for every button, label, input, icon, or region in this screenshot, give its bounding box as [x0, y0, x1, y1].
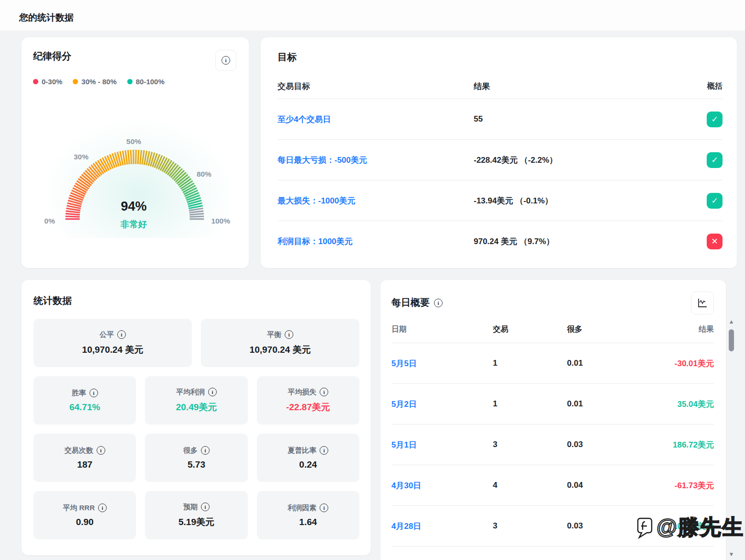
- table-row: 每日最大亏损：-500美元 -228.42美元 （-2.2%） ✓: [278, 140, 723, 180]
- daily-card-title: 每日概要: [391, 296, 430, 309]
- daily-lots: 0.01: [567, 399, 639, 409]
- info-icon[interactable]: i: [201, 446, 210, 455]
- daily-table: 日期 交易 很多 结果 5月5日 1 0.01 -30.01美元 5月2日 1 …: [391, 316, 714, 547]
- stat-value: 5.19美元: [178, 516, 214, 528]
- info-icon[interactable]: i: [320, 446, 328, 455]
- stat-label: 很多: [183, 446, 198, 455]
- table-row: 5月5日 1 0.01 -30.01美元: [391, 343, 714, 384]
- goals-table: 交易目标 结果 概括 至少4个交易日 55 ✓ 每日最大亏损：-500美元 -2…: [278, 74, 723, 262]
- scroll-down-arrow-icon[interactable]: ▼: [728, 551, 735, 557]
- daily-date-link[interactable]: 4月30日: [391, 481, 421, 490]
- table-row: 至少4个交易日 55 ✓: [278, 99, 723, 140]
- stat-label: 交易次数: [65, 446, 93, 455]
- gauge-status-text: 非常好: [120, 219, 147, 229]
- stat-value: 0.24: [299, 459, 317, 470]
- stat-tile-avg-rrr: 平均 RRRi 0.90: [33, 491, 136, 539]
- daily-date-link[interactable]: 5月1日: [391, 440, 417, 449]
- daily-header-trades: 交易: [493, 325, 567, 335]
- stat-value: 1.64: [299, 517, 317, 527]
- info-icon: i: [222, 56, 230, 65]
- goal-link-profit-target[interactable]: 利润目标：1000美元: [278, 237, 353, 246]
- gauge-legend: 0-30% 30% - 80% 80-100%: [33, 78, 236, 86]
- discipline-card-title: 纪律得分: [33, 50, 71, 63]
- discipline-gauge: 0% 30% 50% 80% 100% 94% 非常好: [33, 111, 236, 238]
- goal-result: -228.42美元 （-2.2%）: [474, 155, 694, 166]
- daily-result: 35.04美元: [639, 399, 714, 410]
- info-icon[interactable]: i: [320, 504, 328, 512]
- stat-label: 公平: [100, 330, 114, 339]
- stat-tile-avg-loss: 平均损失i -22.87美元: [257, 376, 359, 425]
- info-icon[interactable]: i: [434, 299, 443, 307]
- daily-trades: 3: [493, 440, 567, 449]
- table-row: 5月1日 3 0.03 186.72美元: [391, 425, 714, 465]
- daily-header-date: 日期: [391, 325, 493, 335]
- red-dot-icon: [33, 79, 38, 84]
- goal-link-min-trading-days[interactable]: 至少4个交易日: [278, 115, 331, 124]
- stat-value: 10,970.24 美元: [82, 344, 144, 356]
- daily-result: -30.01美元: [639, 358, 714, 369]
- scrollbar-thumb[interactable]: [729, 329, 734, 351]
- stat-label: 平均利润: [176, 388, 205, 397]
- stat-label: 平均损失: [288, 388, 316, 397]
- goals-card-title: 目标: [278, 51, 723, 64]
- scroll-up-arrow-icon[interactable]: ▲: [728, 319, 735, 325]
- daily-date-link[interactable]: 5月2日: [391, 400, 417, 409]
- goals-header-result: 结果: [474, 81, 694, 92]
- check-badge: ✓: [707, 193, 723, 209]
- daily-result: -61.73美元: [639, 480, 714, 491]
- teal-dot-icon: [127, 79, 133, 84]
- table-row: 5月2日 1 0.01 35.04美元: [391, 384, 714, 425]
- fail-badge: ✕: [707, 234, 723, 249]
- statistics-card: 统计数据 公平i 10,970.24 美元 平衡i 10,970.24 美元 胜…: [22, 280, 371, 555]
- daily-trades: 1: [493, 399, 567, 409]
- daily-date-link[interactable]: 4月28日: [391, 522, 421, 531]
- check-icon: ✓: [711, 155, 718, 165]
- goal-result: 55: [474, 114, 694, 124]
- stat-value: 64.71%: [69, 402, 100, 413]
- stat-tile-equity: 公平i 10,970.24 美元: [33, 319, 192, 367]
- daily-trades: 4: [493, 481, 567, 490]
- table-row: 最大损失：-1000美元 -13.94美元 （-0.1%） ✓: [278, 180, 723, 221]
- stat-tile-profit-factor: 利润因素i 1.64: [257, 491, 359, 539]
- daily-lots: 0.01: [567, 358, 639, 368]
- daily-date-link[interactable]: 5月5日: [391, 359, 417, 368]
- stat-tile-sharpe-ratio: 夏普比率i 0.24: [257, 434, 359, 482]
- daily-trades: 3: [493, 521, 567, 531]
- gauge-label-0: 0%: [44, 217, 56, 225]
- info-icon[interactable]: i: [117, 330, 126, 339]
- stat-tile-win-rate: 胜率i 64.71%: [33, 376, 136, 425]
- stat-tile-trade-count: 交易次数i 187: [33, 434, 136, 482]
- daily-header-lots: 很多: [567, 325, 639, 335]
- legend-label-high: 80-100%: [136, 78, 165, 86]
- daily-trades: 1: [493, 358, 567, 368]
- info-icon[interactable]: i: [320, 388, 328, 396]
- daily-result: 186.72美元: [639, 439, 714, 450]
- info-icon[interactable]: i: [285, 330, 293, 339]
- discipline-score-card: 纪律得分 i 0-30% 30% - 80% 80-100% 0% 30% 50…: [22, 37, 249, 268]
- goals-card: 目标 交易目标 结果 概括 至少4个交易日 55 ✓ 每日最大亏损：-500美元…: [261, 37, 737, 268]
- info-icon[interactable]: i: [208, 388, 217, 396]
- legend-label-mid: 30% - 80%: [81, 78, 116, 86]
- daily-chart-view-button[interactable]: [691, 291, 714, 314]
- goal-result: -13.94美元 （-0.1%）: [474, 195, 694, 206]
- top-bar: [0, 0, 745, 31]
- stat-label: 利润因素: [288, 504, 316, 513]
- stat-label: 胜率: [72, 389, 86, 398]
- stat-tile-avg-profit: 平均利润i 20.49美元: [145, 376, 247, 425]
- check-icon: ✓: [711, 196, 718, 206]
- info-icon[interactable]: i: [97, 446, 105, 455]
- stat-value: -22.87美元: [286, 401, 330, 414]
- info-icon[interactable]: i: [98, 504, 107, 512]
- discipline-info-button[interactable]: i: [215, 50, 236, 71]
- gauge-value-text: 94%: [121, 199, 147, 213]
- daily-lots: 0.04: [567, 481, 639, 490]
- gauge-label-80: 80%: [197, 170, 211, 178]
- info-icon[interactable]: i: [201, 503, 210, 511]
- goal-link-max-daily-loss[interactable]: 每日最大亏损：-500美元: [278, 156, 367, 165]
- stat-label: 平衡: [267, 330, 281, 339]
- statistics-card-title: 统计数据: [33, 294, 359, 307]
- info-icon[interactable]: i: [89, 389, 98, 397]
- legend-item-high: 80-100%: [127, 78, 165, 86]
- goals-table-header: 交易目标 结果 概括: [278, 74, 723, 99]
- goal-link-max-loss[interactable]: 最大损失：-1000美元: [278, 196, 355, 205]
